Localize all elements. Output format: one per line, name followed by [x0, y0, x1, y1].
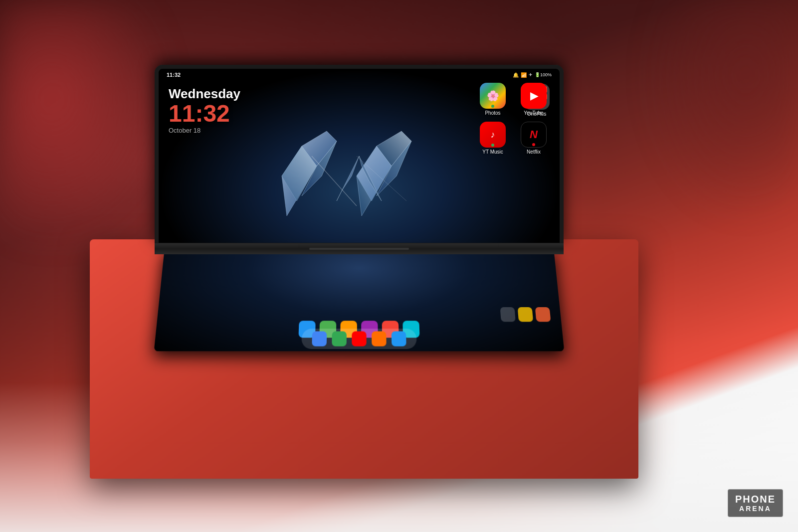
- date-time-label: 11:32: [169, 102, 240, 126]
- youtube-icon-glyph: ▶: [530, 90, 538, 102]
- status-bar: 11:32 🔔 📶 ✈ 🔋100%: [159, 69, 560, 81]
- status-icons: 🔔 📶 ✈ 🔋100%: [513, 72, 552, 78]
- phone-lower-screen: [154, 248, 565, 351]
- signal-icon: ✈: [529, 72, 533, 77]
- lower-app-r3: [535, 307, 551, 322]
- ytmusic-icon-glyph: ♪: [491, 130, 495, 140]
- phone-upper-screen: 11:32 🔔 📶 ✈ 🔋100% Wednesday 11:32 Octobe…: [155, 65, 564, 244]
- watermark-line2: ARENA: [735, 505, 776, 513]
- lower-app-r2: [518, 307, 533, 322]
- youtube-app-icon[interactable]: ▶ YouTube: [518, 83, 550, 116]
- ytmusic-app-icon[interactable]: ♪ YT Music: [477, 122, 509, 155]
- youtube-label: YouTube: [524, 110, 543, 116]
- app-grid: 🌸 Photos ▶ YouTube ♪: [477, 83, 550, 155]
- ytmusic-label: YT Music: [482, 149, 503, 155]
- date-date-label: October 18: [169, 127, 240, 134]
- crystal-wallpaper: [272, 126, 446, 226]
- ytmusic-dot: [491, 144, 494, 147]
- date-widget: Wednesday 11:32 October 18: [169, 86, 240, 134]
- ytmusic-icon-img: ♪: [480, 122, 506, 148]
- date-day-label: Wednesday: [169, 86, 240, 102]
- photos-app-icon[interactable]: 🌸 Photos: [477, 83, 509, 116]
- hinge-detail: [309, 248, 409, 250]
- netflix-icon-img: N: [521, 122, 547, 148]
- netflix-dot: [532, 143, 535, 146]
- foldable-phone: 11:32 🔔 📶 ✈ 🔋100% Wednesday 11:32 Octobe…: [155, 65, 564, 354]
- watermark: PHONE ARENA: [728, 489, 783, 517]
- lower-right-apps: [500, 307, 551, 322]
- netflix-app-icon[interactable]: N Netflix: [518, 122, 550, 155]
- svg-line-10: [312, 156, 357, 206]
- netflix-icon-glyph: N: [530, 128, 538, 141]
- dock-icon-4: [372, 331, 387, 346]
- wifi-icon: 📶: [521, 72, 527, 78]
- dock-icon-1: [312, 331, 327, 346]
- watermark-line1: PHONE: [735, 494, 776, 505]
- bg-blur-right: [623, 0, 798, 249]
- dock-icon-2: [332, 331, 347, 346]
- status-time: 11:32: [167, 72, 181, 78]
- phone-display: 11:32 🔔 📶 ✈ 🔋100% Wednesday 11:32 Octobe…: [159, 69, 560, 243]
- photos-dot: [491, 105, 494, 108]
- lower-app-r1: [500, 307, 516, 322]
- photos-icon-glyph: 🌸: [487, 90, 499, 102]
- photos-icon-img: 🌸: [480, 83, 506, 109]
- photos-label: Photos: [485, 110, 500, 116]
- dock-icon-5: [392, 331, 406, 346]
- battery-icon: 🔋100%: [535, 72, 552, 77]
- youtube-icon-img: ▶: [521, 83, 547, 109]
- notification-icon: 🔔: [513, 72, 519, 78]
- phone-hinge: [155, 243, 564, 254]
- netflix-label: Netflix: [527, 149, 541, 155]
- dock-icon-3: [352, 331, 366, 346]
- lower-dock: [301, 329, 417, 349]
- bg-blur-left: [0, 0, 175, 249]
- svg-marker-8: [337, 156, 359, 201]
